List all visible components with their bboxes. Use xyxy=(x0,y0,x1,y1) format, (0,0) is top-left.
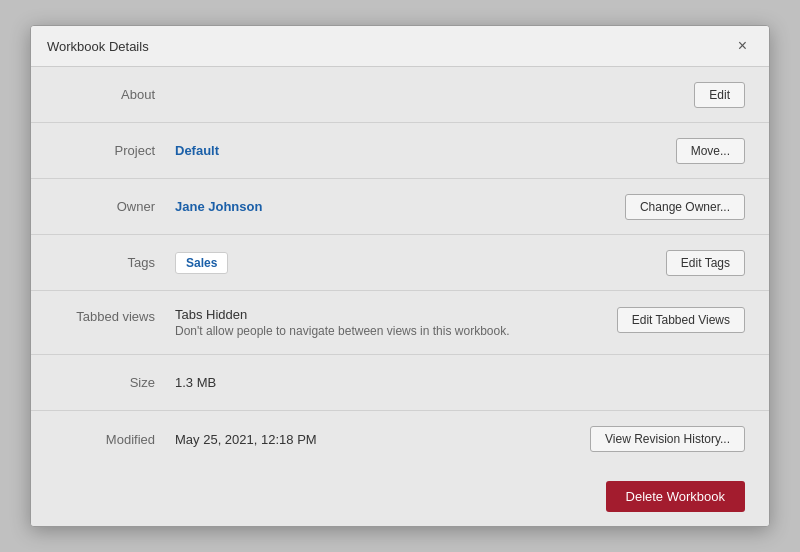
tabbed-views-description: Don't allow people to navigate between v… xyxy=(175,324,617,338)
tags-content: Sales xyxy=(175,252,666,274)
edit-button[interactable]: Edit xyxy=(694,82,745,108)
tags-label: Tags xyxy=(55,255,175,270)
modified-action: View Revision History... xyxy=(590,426,745,452)
tag-pill[interactable]: Sales xyxy=(175,252,228,274)
owner-label: Owner xyxy=(55,199,175,214)
edit-tabbed-views-button[interactable]: Edit Tabbed Views xyxy=(617,307,745,333)
about-action: Edit xyxy=(694,82,745,108)
dialog-body: About Edit Project Default Move... Owner… xyxy=(31,67,769,467)
move-button[interactable]: Move... xyxy=(676,138,745,164)
project-content: Default xyxy=(175,143,676,158)
tabbed-views-label: Tabbed views xyxy=(55,307,175,324)
project-row: Project Default Move... xyxy=(31,123,769,179)
project-value[interactable]: Default xyxy=(175,143,219,158)
modified-row: Modified May 25, 2021, 12:18 PM View Rev… xyxy=(31,411,769,467)
owner-content: Jane Johnson xyxy=(175,199,625,214)
size-label: Size xyxy=(55,375,175,390)
modified-value: May 25, 2021, 12:18 PM xyxy=(175,432,317,447)
size-value: 1.3 MB xyxy=(175,375,216,390)
about-label: About xyxy=(55,87,175,102)
tabbed-views-content: Tabs Hidden Don't allow people to naviga… xyxy=(175,307,617,338)
dialog-title-bar: Workbook Details × xyxy=(31,26,769,67)
edit-tags-button[interactable]: Edit Tags xyxy=(666,250,745,276)
close-button[interactable]: × xyxy=(732,36,753,56)
tabbed-views-title: Tabs Hidden xyxy=(175,307,617,322)
owner-value[interactable]: Jane Johnson xyxy=(175,199,262,214)
project-label: Project xyxy=(55,143,175,158)
tags-row: Tags Sales Edit Tags xyxy=(31,235,769,291)
project-action: Move... xyxy=(676,138,745,164)
change-owner-button[interactable]: Change Owner... xyxy=(625,194,745,220)
modified-label: Modified xyxy=(55,432,175,447)
tags-action: Edit Tags xyxy=(666,250,745,276)
dialog-footer: Delete Workbook xyxy=(31,467,769,526)
owner-action: Change Owner... xyxy=(625,194,745,220)
about-row: About Edit xyxy=(31,67,769,123)
workbook-details-dialog: Workbook Details × About Edit Project De… xyxy=(30,25,770,527)
delete-workbook-button[interactable]: Delete Workbook xyxy=(606,481,745,512)
size-content: 1.3 MB xyxy=(175,375,745,390)
dialog-title: Workbook Details xyxy=(47,39,149,54)
view-revision-history-button[interactable]: View Revision History... xyxy=(590,426,745,452)
size-row: Size 1.3 MB xyxy=(31,355,769,411)
tabbed-views-row: Tabbed views Tabs Hidden Don't allow peo… xyxy=(31,291,769,355)
modified-content: May 25, 2021, 12:18 PM xyxy=(175,432,590,447)
owner-row: Owner Jane Johnson Change Owner... xyxy=(31,179,769,235)
tabbed-views-action: Edit Tabbed Views xyxy=(617,307,745,333)
